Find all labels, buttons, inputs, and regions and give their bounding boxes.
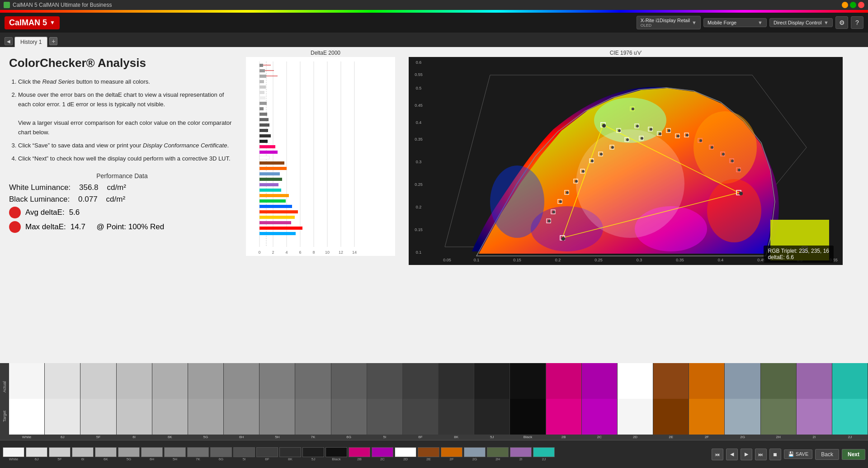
svg-rect-21 xyxy=(259,123,269,127)
nav-swatch-pair: 2B xyxy=(349,447,370,461)
swatch-target xyxy=(403,399,438,435)
tab-history1[interactable]: History 1 xyxy=(14,37,47,47)
svg-rect-37 xyxy=(259,210,298,213)
device-dropdown-3[interactable]: Direct Display Control ▼ xyxy=(769,18,833,27)
transport-next-frame[interactable]: ⏭ xyxy=(755,449,767,460)
swatch-item: 6I xyxy=(117,363,152,440)
transport-prev-frame[interactable]: ⏮ xyxy=(712,449,723,460)
swatch-item: 2F xyxy=(689,363,725,440)
device-dropdown-2[interactable]: Mobile Forge ▼ xyxy=(703,18,767,27)
max-delta-label: Max deltaE: xyxy=(25,222,66,232)
transport-next[interactable]: ▶ xyxy=(741,449,752,460)
swatch-target xyxy=(9,399,44,435)
target-label: Target xyxy=(2,411,7,422)
avg-delta-indicator xyxy=(9,207,21,218)
tab-nav-prev[interactable]: ◀ xyxy=(5,37,13,45)
swatch-target xyxy=(797,399,832,435)
left-column: ColorChecker® Analysis Click the Read Se… xyxy=(0,47,244,287)
maximize-button[interactable] xyxy=(850,2,856,8)
swatch-item: 7K xyxy=(295,363,331,440)
nav-swatch-actual xyxy=(256,447,278,457)
swatch-actual xyxy=(259,363,295,399)
svg-text:4: 4 xyxy=(285,250,288,255)
actual-label: Actual xyxy=(2,381,7,392)
cie-tooltip-rgb: RGB Triplet: 235, 235, 16 xyxy=(768,248,829,254)
swatch-target xyxy=(510,399,545,435)
nav-swatch-actual xyxy=(210,447,232,457)
instructions-text: Click the Read Series button to measure … xyxy=(9,77,235,163)
settings-button[interactable]: ⚙ xyxy=(835,16,848,29)
transport-prev[interactable]: ◀ xyxy=(726,449,738,460)
swatch-item: White xyxy=(9,363,45,440)
svg-point-108 xyxy=(711,146,713,149)
nav-swatch-name: 2H xyxy=(495,457,500,461)
nav-swatch-pair: 6F xyxy=(256,447,278,461)
svg-text:0.35: 0.35 xyxy=(676,258,684,262)
nav-swatch-actual xyxy=(302,447,324,457)
nav-swatch-name: 2F xyxy=(449,457,453,461)
tab-add-button[interactable]: + xyxy=(49,37,57,45)
black-luminance-value: 0.077 xyxy=(78,195,98,203)
swatch-name: 2I xyxy=(797,435,832,440)
nav-swatch-actual xyxy=(395,447,416,457)
swatch-actual xyxy=(295,363,330,399)
app-header: CalMAN 5 ▼ X-Rite i1Display Retail OLED … xyxy=(0,13,868,33)
nav-swatch-name: Black xyxy=(332,457,341,461)
nav-swatch-actual xyxy=(441,447,462,457)
perf-title: Performance Data xyxy=(9,172,235,180)
main-content: ColorChecker® Analysis Click the Read Se… xyxy=(0,47,868,468)
black-luminance-row: Black Luminance: 0.077 cd/m² xyxy=(9,195,235,204)
nav-swatch-name: 5J xyxy=(311,457,315,461)
nav-swatch-name: 8K xyxy=(288,457,292,461)
nav-swatch-pair: 2E xyxy=(418,447,439,461)
swatch-name: 5J xyxy=(474,435,509,440)
svg-rect-17 xyxy=(259,102,267,105)
calman-logo[interactable]: CalMAN 5 ▼ xyxy=(5,16,60,29)
svg-point-116 xyxy=(632,108,634,110)
close-button[interactable] xyxy=(858,2,864,8)
max-delta-value: 14.7 xyxy=(71,222,85,232)
swatch-name: 6G xyxy=(331,435,367,440)
swatch-name: 2J xyxy=(832,435,868,440)
device-dropdown-1[interactable]: X-Rite i1Display Retail OLED ▼ xyxy=(637,16,701,29)
svg-text:0.1: 0.1 xyxy=(474,258,480,262)
nav-swatch-name: 5F xyxy=(57,457,61,461)
black-luminance-label: Black Luminance: xyxy=(9,195,70,203)
max-delta-row: Max deltaE: 14.7 @ Point: 100% Red xyxy=(9,221,235,233)
svg-text:0.3: 0.3 xyxy=(637,258,642,262)
svg-text:2: 2 xyxy=(272,250,274,255)
swatch-item: 6K xyxy=(152,363,188,440)
svg-rect-23 xyxy=(259,134,271,137)
save-icon-button[interactable]: 💾 SAVE xyxy=(784,449,813,459)
svg-point-61 xyxy=(576,129,684,238)
tab-bar: ◀ History 1 + xyxy=(0,33,868,47)
swatch-target xyxy=(259,399,295,435)
swatch-item: 5G xyxy=(188,363,224,440)
logo-dropdown-arrow[interactable]: ▼ xyxy=(50,19,55,26)
svg-text:0.25: 0.25 xyxy=(594,258,603,262)
back-button[interactable]: Back xyxy=(815,449,839,460)
swatch-section: Actual Target White 6J 5F 6I 6K 5G xyxy=(0,363,868,440)
minimize-button[interactable] xyxy=(842,2,848,8)
nav-swatch-actual xyxy=(233,447,255,457)
nav-swatch-pair: 6K xyxy=(95,447,117,461)
next-button[interactable]: Next xyxy=(842,449,865,460)
swatch-target xyxy=(689,399,724,435)
swatch-grid: White 6J 5F 6I 6K 5G 6H 5 xyxy=(9,363,868,440)
nav-swatch-name: 6J xyxy=(35,457,38,461)
swatch-name: 6H xyxy=(224,435,259,440)
nav-swatch-actual xyxy=(326,447,347,457)
device3-label: Direct Display Control xyxy=(774,20,821,25)
swatch-item: 2D xyxy=(618,363,653,440)
transport-end[interactable]: ⏹ xyxy=(769,449,781,460)
help-button[interactable]: ? xyxy=(851,16,863,29)
svg-point-114 xyxy=(738,169,741,171)
svg-point-92 xyxy=(591,160,594,162)
svg-rect-24 xyxy=(259,140,268,143)
svg-rect-19 xyxy=(259,113,267,116)
svg-text:0.5: 0.5 xyxy=(416,86,422,90)
device2-label: Mobile Forge xyxy=(708,20,736,25)
swatch-name: 2B xyxy=(546,435,581,440)
device1-label: X-Rite i1Display Retail xyxy=(641,18,690,23)
nav-swatch-name: 2J xyxy=(542,457,546,461)
